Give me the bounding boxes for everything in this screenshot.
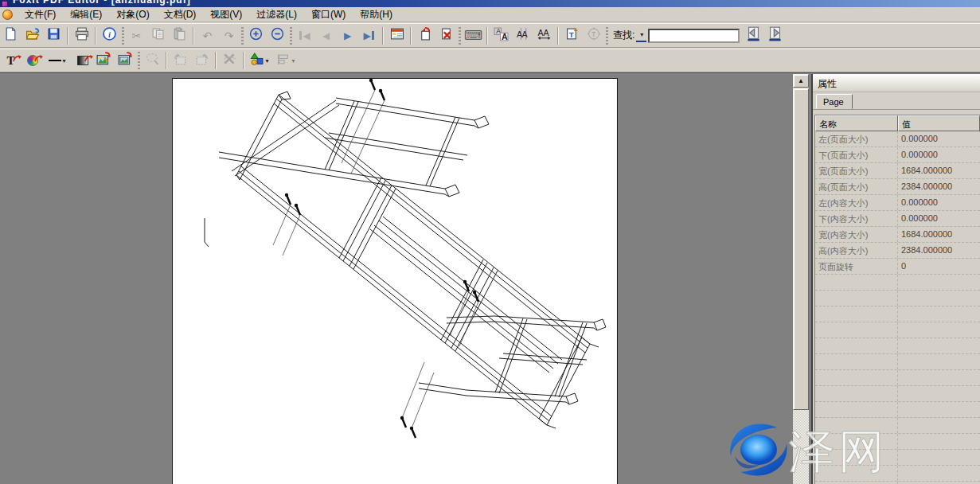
property-row-empty[interactable] bbox=[815, 291, 980, 306]
property-row-empty[interactable] bbox=[815, 434, 980, 450]
property-row[interactable]: 下(内容大小) 0.000000 bbox=[815, 211, 980, 227]
first-page-button[interactable]: ◀ bbox=[294, 25, 315, 45]
rotate-left-button[interactable] bbox=[170, 51, 191, 71]
page-format-button[interactable] bbox=[386, 25, 408, 45]
lasso-button[interactable] bbox=[142, 51, 163, 71]
property-row-empty[interactable] bbox=[815, 450, 980, 466]
font-embed-button[interactable]: AA bbox=[490, 25, 512, 45]
property-row-empty[interactable] bbox=[815, 386, 980, 402]
find-previous-button[interactable] bbox=[743, 25, 764, 45]
property-row[interactable]: 高(内容大小) 2384.000000 bbox=[815, 243, 980, 259]
print-button[interactable] bbox=[71, 25, 92, 45]
previous-page-button[interactable]: ◀ bbox=[315, 25, 337, 45]
property-row-empty[interactable] bbox=[815, 322, 980, 338]
separator bbox=[243, 52, 244, 69]
svg-text:T: T bbox=[568, 30, 573, 39]
properties-panel-title: 属性 bbox=[813, 74, 980, 92]
find-next-button[interactable] bbox=[764, 25, 786, 45]
new-button[interactable] bbox=[0, 25, 21, 45]
property-row-empty[interactable] bbox=[815, 402, 980, 418]
text-orientation-button[interactable]: T bbox=[583, 25, 604, 45]
font-width-button[interactable]: AA bbox=[533, 25, 555, 45]
menu-document[interactable]: 文档(D) bbox=[157, 6, 204, 23]
save-button[interactable] bbox=[43, 25, 64, 45]
align-button[interactable]: ▾ bbox=[272, 51, 299, 71]
find-input[interactable] bbox=[648, 29, 740, 43]
replace-image-button[interactable] bbox=[115, 51, 136, 71]
separator bbox=[382, 27, 384, 45]
document-icon[interactable] bbox=[2, 10, 13, 20]
property-row-empty[interactable] bbox=[815, 306, 980, 322]
property-row[interactable]: 左(内容大小) 0.000000 bbox=[815, 195, 980, 211]
add-text-button[interactable]: T bbox=[561, 25, 583, 45]
menu-object[interactable]: 对象(O) bbox=[109, 6, 156, 23]
font-embed-icon: AA bbox=[494, 27, 509, 45]
last-page-button[interactable]: ▶ bbox=[358, 25, 380, 45]
property-row-empty[interactable] bbox=[815, 418, 980, 434]
gradient-fill-button[interactable] bbox=[72, 51, 93, 71]
redo-button[interactable]: ↷ bbox=[218, 25, 240, 45]
rotate-page-button[interactable] bbox=[414, 25, 435, 45]
toolbar-grip[interactable] bbox=[122, 27, 124, 45]
undo-button[interactable]: ↶ bbox=[197, 25, 218, 45]
rotate-right-button[interactable] bbox=[191, 51, 213, 71]
next-page-button[interactable]: ▶ bbox=[337, 25, 358, 45]
edit-text-button[interactable]: T bbox=[0, 51, 21, 71]
cut-button[interactable]: ✂ bbox=[126, 25, 147, 45]
paste-button[interactable] bbox=[169, 25, 190, 45]
zoom-out-icon bbox=[271, 27, 284, 44]
vertical-scrollbar[interactable]: ▲ bbox=[793, 74, 809, 484]
property-name: 高(页面大小) bbox=[815, 179, 898, 194]
menu-window[interactable]: 窗口(W) bbox=[304, 6, 353, 23]
scrollbar-thumb[interactable] bbox=[793, 88, 809, 410]
svg-text:T: T bbox=[592, 30, 595, 38]
toolbar-grip[interactable] bbox=[459, 27, 461, 45]
property-row-empty[interactable] bbox=[815, 466, 980, 482]
separator bbox=[557, 27, 559, 45]
info-button[interactable]: i bbox=[99, 25, 120, 45]
property-row-empty[interactable] bbox=[815, 370, 980, 386]
column-header-name[interactable]: 名称 bbox=[815, 115, 898, 131]
print-icon bbox=[75, 27, 89, 44]
edit-color-button[interactable] bbox=[21, 51, 43, 71]
shapes-button[interactable]: ▾ bbox=[247, 51, 272, 71]
delete-object-button[interactable] bbox=[219, 51, 240, 71]
find-history-dropdown[interactable]: ▾ bbox=[636, 29, 646, 42]
menu-file[interactable]: 文件(F) bbox=[18, 6, 63, 23]
property-row[interactable]: 下(页面大小) 0.000000 bbox=[815, 147, 980, 163]
toolbar-grip[interactable] bbox=[241, 27, 244, 45]
red-arrow-icon bbox=[34, 51, 43, 65]
toolbar-grip[interactable] bbox=[138, 52, 140, 69]
property-name: 宽(内容大小) bbox=[815, 227, 898, 242]
menu-view[interactable]: 视图(V) bbox=[203, 6, 249, 23]
scrollbar-track[interactable] bbox=[793, 410, 809, 484]
toolbar-grip[interactable] bbox=[606, 27, 608, 45]
delete-page-button[interactable] bbox=[435, 25, 457, 45]
tab-page[interactable]: Page bbox=[816, 94, 853, 109]
zoom-out-button[interactable] bbox=[267, 25, 288, 45]
scroll-up-button[interactable]: ▲ bbox=[793, 74, 809, 88]
zoom-in-button[interactable] bbox=[245, 25, 267, 45]
copy-button[interactable] bbox=[147, 25, 169, 45]
property-row[interactable]: 宽(内容大小) 1684.000000 bbox=[815, 227, 980, 243]
edit-image-button[interactable] bbox=[93, 51, 115, 71]
toolbar-grip[interactable] bbox=[290, 27, 292, 45]
menu-edit[interactable]: 编辑(E) bbox=[63, 6, 109, 23]
property-row-empty[interactable] bbox=[815, 354, 980, 370]
font-spacing-button[interactable]: AA bbox=[512, 25, 533, 45]
property-row-empty[interactable] bbox=[815, 275, 980, 291]
menu-help[interactable]: 帮助(H) bbox=[353, 6, 400, 23]
column-header-value[interactable]: 值 bbox=[898, 115, 980, 131]
property-row[interactable]: 左(页面大小) 0.000000 bbox=[815, 131, 980, 147]
keyboard-button[interactable]: ⌨ bbox=[463, 25, 484, 45]
property-row[interactable]: 页面旋转 0 bbox=[815, 259, 980, 275]
line-style-button[interactable]: ▾ bbox=[43, 51, 72, 71]
property-row[interactable]: 宽(页面大小) 1684.000000 bbox=[815, 163, 980, 179]
pdf-page-canvas[interactable] bbox=[172, 78, 618, 484]
open-button[interactable] bbox=[21, 25, 43, 45]
property-row-empty[interactable] bbox=[815, 338, 980, 354]
menu-filter[interactable]: 过滤器(L) bbox=[249, 6, 304, 23]
toolbar-main: i ✂ ↶ ↷ ◀ ◀ ▶ ▶ ⌨ AA A bbox=[0, 23, 980, 48]
delete-object-icon bbox=[222, 52, 237, 69]
property-row[interactable]: 高(页面大小) 2384.000000 bbox=[815, 179, 980, 195]
